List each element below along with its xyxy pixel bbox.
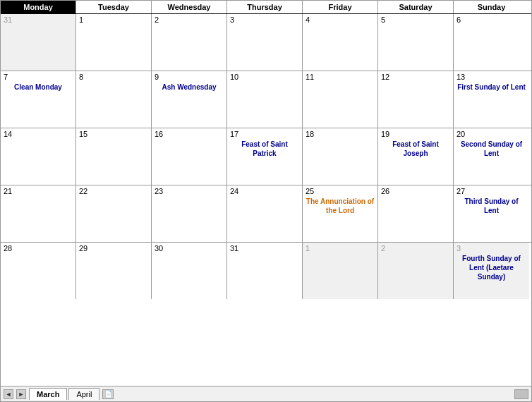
day-cell[interactable]: 20Second Sunday of Lent (454, 128, 529, 185)
day-cell[interactable]: 4 (303, 14, 378, 71)
day-cell[interactable]: 1 (76, 14, 152, 71)
day-cell[interactable]: 18 (303, 128, 378, 185)
day-cell[interactable]: 31 (227, 243, 303, 299)
day-cell[interactable]: 26 (378, 185, 454, 242)
event-text: Feast of Saint Joseph (381, 140, 450, 158)
event-text: Feast of Saint Patrick (230, 140, 299, 158)
header-friday: Friday (303, 1, 378, 13)
day-number: 20 (457, 130, 526, 138)
day-cell[interactable]: 24 (227, 185, 303, 242)
day-number: 5 (381, 16, 450, 24)
day-cell[interactable]: 2 (378, 243, 454, 299)
day-cell[interactable]: 9Ash Wednesday (152, 71, 227, 128)
week-row-1: 7Clean Monday89Ash Wednesday10111213Firs… (1, 71, 531, 128)
day-number: 2 (381, 244, 450, 252)
day-number: 22 (79, 187, 148, 195)
day-cell[interactable]: 6 (454, 14, 529, 71)
day-number: 12 (381, 73, 450, 81)
bottom-right (514, 389, 528, 399)
horizontal-scrollbar[interactable] (514, 389, 528, 399)
day-number: 16 (155, 130, 224, 138)
day-number: 6 (457, 16, 526, 24)
day-number: 30 (155, 244, 224, 252)
day-number: 3 (457, 244, 526, 252)
header-tuesday: Tuesday (76, 1, 152, 13)
day-number: 18 (306, 130, 375, 138)
day-cell[interactable]: 23 (152, 185, 227, 242)
event-text: First Sunday of Lent (457, 83, 526, 92)
event-text: Fourth Sunday of Lent (Laetare Sunday) (457, 254, 526, 281)
calendar-container: MondayTuesdayWednesdayThursdayFridaySatu… (0, 0, 532, 402)
header-sunday: Sunday (454, 1, 529, 13)
event-text: The Annunciation of the Lord (306, 197, 375, 215)
day-cell[interactable]: 13First Sunday of Lent (454, 71, 529, 128)
day-number: 27 (457, 187, 526, 195)
day-number: 9 (155, 73, 224, 81)
day-cell[interactable]: 10 (227, 71, 303, 128)
header-wednesday: Wednesday (152, 1, 227, 13)
day-number: 2 (155, 16, 224, 24)
day-cell[interactable]: 3 (227, 14, 303, 71)
header-row: MondayTuesdayWednesdayThursdayFridaySatu… (1, 1, 531, 14)
day-cell[interactable]: 28 (1, 243, 76, 299)
day-cell[interactable]: 7Clean Monday (1, 71, 76, 128)
day-number: 13 (457, 73, 526, 81)
tab-bar: March April (29, 388, 99, 400)
week-row-0: 31123456 (1, 14, 531, 71)
day-number: 26 (381, 187, 450, 195)
tab-march[interactable]: March (29, 388, 67, 400)
event-text: Clean Monday (4, 83, 73, 92)
day-cell[interactable]: 11 (303, 71, 378, 128)
day-number: 1 (306, 244, 375, 252)
week-row-4: 28293031123Fourth Sunday of Lent (Laetar… (1, 243, 531, 299)
scroll-icon[interactable]: 📄 (102, 389, 114, 399)
day-number: 19 (381, 130, 450, 138)
day-cell[interactable]: 19Feast of Saint Joseph (378, 128, 454, 185)
bottom-bar: ◄ ► March April 📄 (1, 386, 531, 401)
day-cell[interactable]: 16 (152, 128, 227, 185)
event-text: Second Sunday of Lent (457, 140, 526, 158)
day-number: 23 (155, 187, 224, 195)
day-cell[interactable]: 17Feast of Saint Patrick (227, 128, 303, 185)
day-number: 17 (230, 130, 299, 138)
next-nav-button[interactable]: ► (16, 389, 26, 399)
day-cell[interactable]: 22 (76, 185, 152, 242)
day-cell[interactable]: 3Fourth Sunday of Lent (Laetare Sunday) (454, 243, 529, 299)
day-number: 24 (230, 187, 299, 195)
day-number: 7 (4, 73, 73, 81)
day-cell[interactable]: 1 (303, 243, 378, 299)
day-cell[interactable]: 2 (152, 14, 227, 71)
day-number: 21 (4, 187, 73, 195)
day-cell[interactable]: 30 (152, 243, 227, 299)
day-number: 11 (306, 73, 375, 81)
day-number: 8 (79, 73, 148, 81)
day-number: 15 (79, 130, 148, 138)
day-number: 29 (79, 244, 148, 252)
day-cell[interactable]: 5 (378, 14, 454, 71)
event-text: Third Sunday of Lent (457, 197, 526, 215)
day-cell[interactable]: 12 (378, 71, 454, 128)
weeks-container: 311234567Clean Monday89Ash Wednesday1011… (1, 14, 531, 299)
day-cell[interactable]: 25The Annunciation of the Lord (303, 185, 378, 242)
day-number: 14 (4, 130, 73, 138)
prev-nav-button[interactable]: ◄ (4, 389, 13, 399)
week-row-3: 2122232425The Annunciation of the Lord26… (1, 185, 531, 243)
day-number: 1 (79, 16, 148, 24)
day-cell[interactable]: 29 (76, 243, 152, 299)
tab-april[interactable]: April (68, 388, 99, 400)
day-cell[interactable]: 14 (1, 128, 76, 185)
day-cell[interactable]: 27Third Sunday of Lent (454, 185, 529, 242)
day-cell[interactable]: 15 (76, 128, 152, 185)
day-number: 3 (230, 16, 299, 24)
day-cell[interactable]: 31 (1, 14, 76, 71)
event-text: Ash Wednesday (155, 83, 224, 92)
calendar-grid: MondayTuesdayWednesdayThursdayFridaySatu… (1, 1, 531, 386)
week-row-2: 14151617Feast of Saint Patrick1819Feast … (1, 128, 531, 185)
day-number: 31 (4, 16, 73, 24)
day-number: 28 (4, 244, 73, 252)
day-cell[interactable]: 8 (76, 71, 152, 128)
day-number: 31 (230, 244, 299, 252)
day-number: 25 (306, 187, 375, 195)
day-cell[interactable]: 21 (1, 185, 76, 242)
day-number: 4 (306, 16, 375, 24)
